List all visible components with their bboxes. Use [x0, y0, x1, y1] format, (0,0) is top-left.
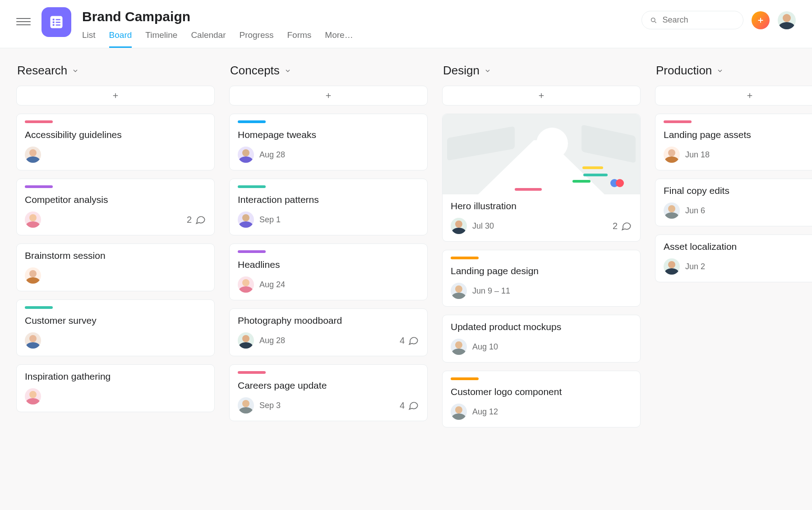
due-date: Jun 9 – 11: [472, 286, 510, 296]
kanban-board: ResearchAccessibility guidelinesCompetit…: [0, 48, 812, 450]
card-title: Hero illustration: [451, 201, 632, 211]
tag-pill: [664, 120, 692, 123]
tag-pill: [238, 185, 266, 188]
assignee-avatar[interactable]: [664, 147, 680, 163]
tab-list[interactable]: List: [82, 30, 96, 48]
plus-icon: [111, 92, 120, 100]
card-footer: Sep 1: [238, 211, 419, 228]
assignee-avatar[interactable]: [664, 258, 680, 275]
tag-pill: [25, 306, 53, 309]
due-date: Jun 18: [685, 150, 710, 160]
column-header[interactable]: Production: [655, 63, 812, 86]
global-add-button[interactable]: [752, 11, 770, 29]
search-icon: [650, 16, 657, 24]
task-card[interactable]: Updated product mockupsAug 10: [442, 315, 641, 363]
column-research: ResearchAccessibility guidelinesCompetit…: [16, 63, 215, 436]
column-concepts: ConceptsHomepage tweaksAug 28Interaction…: [229, 63, 428, 436]
add-card-button[interactable]: [442, 86, 641, 106]
assignee-avatar[interactable]: [238, 147, 254, 163]
chevron-down-icon: [72, 67, 79, 74]
search-box[interactable]: [641, 11, 743, 29]
task-card[interactable]: Asset localizationJun 2: [655, 234, 812, 282]
svg-rect-4: [56, 19, 61, 20]
header-actions: [641, 11, 796, 29]
card-footer: Sep 34: [238, 397, 419, 414]
task-card[interactable]: Inspiration gathering: [16, 364, 215, 412]
card-title: Careers page update: [238, 380, 419, 391]
card-footer: Jul 302: [451, 218, 632, 234]
assignee-avatar[interactable]: [451, 404, 467, 420]
task-card[interactable]: Brainstorm session: [16, 244, 215, 291]
due-date: Jul 30: [472, 221, 494, 231]
assignee-avatar[interactable]: [25, 388, 41, 404]
assignee-avatar[interactable]: [25, 147, 41, 163]
card-cover-image: [443, 114, 640, 194]
comment-count[interactable]: 4: [400, 400, 419, 411]
assignee-avatar[interactable]: [238, 276, 254, 293]
tab-forms[interactable]: Forms: [287, 30, 312, 48]
assignee-avatar[interactable]: [451, 283, 467, 299]
chevron-down-icon: [284, 67, 291, 74]
comment-count[interactable]: 4: [400, 335, 419, 346]
assignee-avatar[interactable]: [238, 332, 254, 349]
card-title: Landing page design: [451, 266, 632, 276]
tab-calendar[interactable]: Calendar: [191, 30, 226, 48]
card-title: Final copy edits: [664, 185, 812, 196]
current-user-avatar[interactable]: [778, 11, 796, 29]
comment-count[interactable]: 2: [187, 214, 206, 225]
task-card[interactable]: Interaction patternsSep 1: [229, 179, 428, 235]
task-card[interactable]: Accessibility guidelines: [16, 114, 215, 170]
card-footer: Jun 18: [664, 147, 812, 163]
task-card[interactable]: Photography moodboardAug 284: [229, 308, 428, 356]
task-card[interactable]: Homepage tweaksAug 28: [229, 114, 428, 170]
tag-pill: [238, 250, 266, 253]
task-card[interactable]: Competitor analysis2: [16, 179, 215, 235]
assignee-avatar[interactable]: [664, 202, 680, 219]
column-header[interactable]: Research: [16, 63, 215, 86]
card-title: Homepage tweaks: [238, 129, 419, 140]
svg-rect-3: [53, 24, 55, 26]
card-footer: [25, 267, 206, 284]
add-card-button[interactable]: [16, 86, 215, 106]
task-card[interactable]: Landing page assetsJun 18: [655, 114, 812, 170]
assignee-avatar[interactable]: [25, 267, 41, 284]
tag-pill: [451, 377, 479, 380]
add-card-button[interactable]: [655, 86, 812, 106]
task-card[interactable]: Customer logo componentAug 12: [442, 371, 641, 427]
card-title: Accessibility guidelines: [25, 129, 206, 140]
assignee-avatar[interactable]: [25, 332, 41, 349]
task-card[interactable]: Final copy editsJun 6: [655, 179, 812, 226]
task-card[interactable]: Customer survey: [16, 299, 215, 356]
card-footer: Jun 6: [664, 202, 812, 219]
card-footer: Jun 2: [664, 258, 812, 275]
project-icon[interactable]: [42, 7, 71, 37]
assignee-avatar[interactable]: [451, 339, 467, 355]
assignee-avatar[interactable]: [25, 211, 41, 228]
tab-more[interactable]: More…: [325, 30, 353, 48]
task-card[interactable]: Careers page updateSep 34: [229, 364, 428, 421]
column-header[interactable]: Concepts: [229, 63, 428, 86]
column-header[interactable]: Design: [442, 63, 641, 86]
comment-count[interactable]: 2: [613, 220, 632, 232]
svg-rect-5: [56, 22, 61, 23]
assignee-avatar[interactable]: [451, 218, 467, 234]
tab-timeline[interactable]: Timeline: [145, 30, 177, 48]
task-card[interactable]: Landing page designJun 9 – 11: [442, 250, 641, 307]
task-card[interactable]: Hero illustrationJul 302: [442, 114, 641, 242]
due-date: Aug 24: [259, 280, 285, 289]
column-title: Design: [443, 64, 480, 78]
menu-toggle-button[interactable]: [16, 14, 31, 29]
search-input[interactable]: [662, 15, 735, 25]
assignee-avatar[interactable]: [238, 397, 254, 414]
tab-board[interactable]: Board: [109, 30, 132, 48]
task-card[interactable]: HeadlinesAug 24: [229, 244, 428, 300]
add-card-button[interactable]: [229, 86, 428, 106]
card-title: Customer survey: [25, 315, 206, 326]
assignee-avatar[interactable]: [238, 211, 254, 228]
chevron-down-icon: [716, 67, 724, 74]
card-title: Photography moodboard: [238, 315, 419, 326]
project-title[interactable]: Brand Campaign: [82, 9, 631, 24]
column-title: Production: [656, 64, 712, 78]
plus-icon: [757, 17, 764, 24]
tab-progress[interactable]: Progress: [239, 30, 273, 48]
